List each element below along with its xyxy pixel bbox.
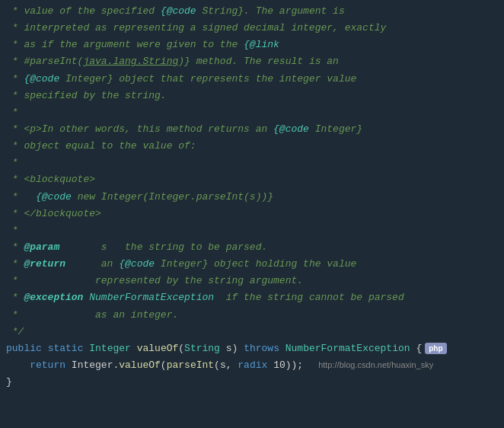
comment-text: * <p>In other words, this method returns… (6, 122, 273, 137)
param-tag: @param (24, 240, 59, 255)
comment-text: * interpreted as representing a signed d… (6, 21, 386, 36)
code-line-20: */ (0, 324, 504, 340)
php-badge: php (425, 343, 446, 355)
link-ref: {@link (244, 37, 279, 53)
code-line-1: * value of the specified {@code String}.… (0, 3, 504, 20)
comment-text: * (6, 240, 24, 255)
keyword-throws: throws (244, 341, 279, 356)
code-line-13: * </blockquote> (0, 206, 504, 222)
comment-text: * (6, 155, 18, 171)
code-ref: {@code (119, 257, 155, 272)
code-indent (6, 358, 30, 373)
comment-text: Integer} object holding the value (155, 257, 356, 272)
code-line-6: * specified by the string. (0, 88, 504, 104)
comment-text: * as if the argument were given to the (6, 37, 244, 53)
comment-text: */ (6, 324, 24, 340)
code-ref: {@code (24, 72, 59, 87)
code-text (42, 341, 48, 356)
comment-text (83, 290, 89, 305)
code-ref: {@code (161, 4, 196, 19)
code-line-23: } (0, 374, 504, 391)
code-line-17: * represented by the string argument. (0, 273, 504, 289)
code-text: Integer. (65, 358, 119, 373)
code-line-8: * <p>In other words, this method returns… (0, 121, 504, 138)
code-text (279, 341, 285, 356)
code-text (83, 341, 89, 356)
code-line-7: * (0, 104, 504, 121)
comment-text: * #parseInt(java.lang.String)} method. T… (6, 54, 339, 69)
code-line-11: * <blockquote> (0, 171, 504, 188)
comment-text: * </blockquote> (6, 206, 101, 222)
code-line-15: * @param s the string to be parsed. (0, 239, 504, 256)
code-line-10: * (0, 155, 504, 171)
comment-text: * (6, 257, 24, 272)
type-numberformatexception: NumberFormatException (285, 341, 410, 356)
type-string: String (184, 341, 220, 356)
code-line-21: public static Integer valueOf(String s) … (0, 340, 504, 357)
comment-text: new Integer(Integer.parseInt(s))} (72, 190, 273, 205)
keyword-radix: radix (238, 358, 267, 373)
code-ref: {@code (273, 122, 309, 137)
code-text (131, 341, 137, 356)
comment-text: Integer} (309, 122, 362, 137)
comment-text: an (65, 257, 119, 272)
comment-text: * specified by the string. (6, 88, 167, 104)
code-line-18: * @exception NumberFormatException if th… (0, 289, 504, 306)
comment-text: * object equal to the value of: (6, 139, 196, 154)
exception-tag: @exception (24, 290, 83, 305)
code-line-12: * {@code new Integer(Integer.parseInt(s)… (0, 189, 504, 206)
exception-type: NumberFormatException (89, 290, 214, 305)
comment-text: * represented by the string argument. (6, 273, 303, 289)
comment-text: * <blockquote> (6, 172, 95, 187)
method-valueof2: valueOf (119, 358, 161, 373)
code-line-22: return Integer.valueOf(parseInt(s, radix… (0, 357, 504, 374)
comment-text: * (6, 105, 18, 120)
code-closing-brace: } (6, 375, 12, 390)
code-text: s) (220, 341, 244, 356)
keyword-return: return (30, 358, 65, 373)
comment-text: * as an integer. (6, 308, 178, 323)
return-tag: @return (24, 257, 65, 272)
code-line-14: * (0, 222, 504, 239)
code-line-16: * @return an {@code Integer} object hold… (0, 256, 504, 273)
comment-text: * (6, 290, 24, 305)
code-text: (s, (214, 358, 238, 373)
code-brace: { (410, 341, 423, 356)
code-line-5: * {@code Integer} object that represents… (0, 71, 504, 88)
code-line-2: * interpreted as representing a signed d… (0, 20, 504, 37)
comment-text: String}. The argument is (196, 4, 345, 19)
method-parseint: parseInt (167, 358, 214, 373)
code-line-4: * #parseInt(java.lang.String)} method. T… (0, 53, 504, 70)
type-integer: Integer (89, 341, 131, 356)
code-text: ( (178, 341, 184, 356)
code-text: ( (161, 358, 167, 373)
watermark-text: http://blog.csdn.net/huaxin_sky (318, 359, 433, 372)
code-ref: {@code (36, 190, 72, 205)
code-line-9: * object equal to the value of: (0, 138, 504, 155)
comment-text: * (6, 223, 18, 238)
comment-text: * (6, 72, 24, 87)
comment-text: Integer} object that represents the inte… (59, 72, 356, 87)
code-editor: * value of the specified {@code String}.… (0, 0, 504, 428)
comment-text: * (6, 190, 36, 205)
code-text: 10)); (267, 358, 303, 373)
keyword-public: public (6, 341, 42, 356)
code-line-3: * as if the argument were given to the {… (0, 37, 504, 53)
comment-text: if the string cannot be parsed (214, 290, 404, 305)
code-line-19: * as an integer. (0, 307, 504, 324)
comment-text: s the string to be parsed. (59, 240, 267, 255)
method-valueof: valueOf (137, 341, 179, 356)
keyword-static: static (48, 341, 84, 356)
comment-text: * value of the specified (6, 4, 161, 19)
